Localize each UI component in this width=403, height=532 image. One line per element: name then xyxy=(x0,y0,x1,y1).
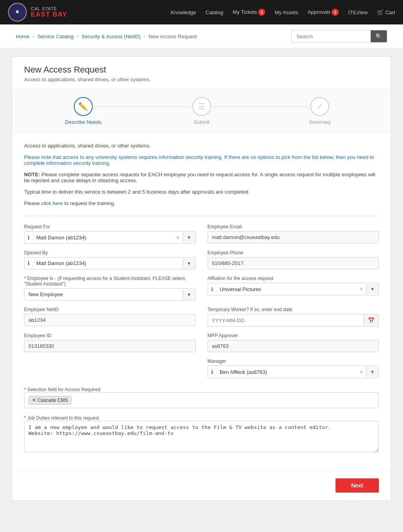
step-label-describe: Describe Needs xyxy=(65,119,102,125)
approvals-badge: 0 xyxy=(332,9,339,16)
page-subtitle: Access to applications, shared drives, o… xyxy=(24,77,379,82)
manager-arrow[interactable]: ▼ xyxy=(366,367,379,377)
step-summary: ✓ Summary xyxy=(261,97,379,125)
affiliation-select[interactable]: ℹ Universal Pictures × ▼ xyxy=(208,283,379,295)
breadcrumb-home[interactable]: Home xyxy=(16,34,30,39)
card-header: New Access Request Access to application… xyxy=(12,57,391,89)
employee-email-input[interactable] xyxy=(208,231,379,243)
employee-is-col: * Employee Is - (If requesting access fo… xyxy=(24,276,196,301)
mpp-approver-col: MPP Approver xyxy=(208,333,379,352)
logo-line2: EAST BAY xyxy=(31,11,67,19)
employee-id-input[interactable] xyxy=(24,340,196,352)
warning-link[interactable]: Please note that access to any universit… xyxy=(24,154,374,166)
job-duties-label: * Job Duties relevant to this request xyxy=(24,415,99,421)
edit-icon: ✏️ xyxy=(78,102,88,111)
job-duties-textarea[interactable]: I am a new employee and would like to re… xyxy=(24,421,379,452)
temp-worker-input[interactable] xyxy=(208,315,364,326)
click-here-link[interactable]: click here xyxy=(41,200,63,206)
nav-tickets[interactable]: My Tickets5 xyxy=(233,9,265,16)
nav-knowledge[interactable]: Knowledge xyxy=(171,9,196,15)
request-for-arrow[interactable]: ▼ xyxy=(183,232,195,243)
logo: 🏛 CAL STATE EAST BAY xyxy=(8,3,67,22)
employee-netid-input[interactable] xyxy=(24,314,196,326)
request-for-clear[interactable]: × xyxy=(173,231,182,243)
page-title: New Access Request xyxy=(24,65,379,75)
opened-by-arrow[interactable]: ▼ xyxy=(183,258,195,269)
mpp-approver-input[interactable] xyxy=(208,340,379,352)
employee-phone-col: Employee Phone xyxy=(208,250,379,269)
logo-inner: 🏛 xyxy=(9,4,26,21)
employee-netid-col: Employee NetID xyxy=(24,307,196,327)
logo-circle: 🏛 xyxy=(8,3,27,22)
manager-label: Manager xyxy=(208,358,379,364)
cart-icon: 🛒 xyxy=(377,9,384,15)
affiliation-clear[interactable]: × xyxy=(356,283,366,295)
manager-clear[interactable]: × xyxy=(356,366,366,378)
manager-col: Manager ℹ Ben Affleck (as8763) × ▼ xyxy=(208,358,379,378)
opened-by-info-icon: ℹ xyxy=(24,258,33,269)
employee-id-col: Employee ID xyxy=(24,333,196,352)
employee-email-label: Employee Email xyxy=(208,224,379,230)
breadcrumb-security-access[interactable]: Security & Access (NetID) xyxy=(81,34,141,39)
request-for-select[interactable]: ℹ Matt Damon (ab1234) × ▼ xyxy=(24,231,196,244)
affiliation-arrow[interactable]: ▼ xyxy=(366,284,379,294)
access-tags[interactable]: ✕ Cascade CMS xyxy=(24,392,379,408)
step-label-submit: Submit xyxy=(193,119,209,125)
temp-worker-label: Temporary Worker? If so, enter end date xyxy=(208,307,379,312)
breadcrumb-bar: Home › Service Catalog › Security & Acce… xyxy=(0,24,403,49)
opened-by-select[interactable]: ℹ Matt Damon (ab1234) ▼ xyxy=(24,257,196,269)
note-text: Please complete separate access requests… xyxy=(24,172,375,183)
breadcrumb-sep3: › xyxy=(144,34,145,39)
form-note: NOTE: Please complete separate access re… xyxy=(24,172,379,183)
step-submit: ☰ Submit xyxy=(142,97,261,125)
temp-worker-date[interactable]: 📅 xyxy=(208,314,379,327)
tag-remove-button[interactable]: ✕ xyxy=(32,398,36,403)
nav-assets[interactable]: My Assets xyxy=(275,9,298,15)
breadcrumb-service-catalog[interactable]: Service Catalog xyxy=(37,34,74,39)
nav-cart[interactable]: 🛒Cart xyxy=(377,9,395,15)
check-icon: ✓ xyxy=(317,102,323,111)
request-for-label: Request For xyxy=(24,224,196,230)
steps-bar: ✏️ Describe Needs ☰ Submit ✓ Summary xyxy=(12,89,391,133)
top-navigation: 🏛 CAL STATE EAST BAY Knowledge Catalog M… xyxy=(0,0,403,24)
logo-line1: CAL STATE xyxy=(31,6,67,11)
nav-approvals[interactable]: Approvals0 xyxy=(307,9,339,16)
affiliation-value: Universal Pictures xyxy=(217,284,356,295)
spacer-col xyxy=(24,358,196,378)
affiliation-col: Affliation for the access request ℹ Univ… xyxy=(208,276,379,301)
breadcrumb-sep1: › xyxy=(33,34,34,39)
form-info-text: Access to applications, shared drives, o… xyxy=(24,143,379,149)
next-button[interactable]: Next xyxy=(336,478,379,493)
request-for-col: Request For ℹ Matt Damon (ab1234) × ▼ xyxy=(24,224,196,244)
nav-catalog[interactable]: Catalog xyxy=(206,9,223,15)
employee-is-select[interactable]: New Employee Student Assistant Existing … xyxy=(24,289,183,300)
employee-is-label: * Employee Is - (If requesting access fo… xyxy=(24,276,196,287)
nav-links: Knowledge Catalog My Tickets5 My Assets … xyxy=(171,9,395,16)
search-input[interactable] xyxy=(292,31,371,42)
employee-phone-input[interactable] xyxy=(208,257,379,269)
step-circle-describe: ✏️ xyxy=(74,97,93,116)
mpp-approver-label: MPP Approver xyxy=(208,333,379,338)
request-for-value: Matt Damon (ab1234) xyxy=(33,232,173,243)
form-grid: Request For ℹ Matt Damon (ab1234) × ▼ Em… xyxy=(24,224,379,378)
step-circle-summary: ✓ xyxy=(310,97,329,116)
tag-label: Cascade CMS xyxy=(37,398,68,403)
employee-is-dropdown[interactable]: New Employee Student Assistant Existing … xyxy=(24,288,196,301)
step-describe: ✏️ Describe Needs xyxy=(24,97,142,125)
step-label-summary: Summary xyxy=(309,119,331,125)
cascade-cms-tag: ✕ Cascade CMS xyxy=(28,396,71,405)
employee-netid-label: Employee NetID xyxy=(24,307,196,312)
opened-by-value: Matt Damon (ab1234) xyxy=(33,258,183,269)
manager-select[interactable]: ℹ Ben Affleck (as8763) × ▼ xyxy=(208,366,379,378)
calendar-icon[interactable]: 📅 xyxy=(364,314,379,326)
search-button[interactable]: 🔍 xyxy=(371,30,387,42)
form-area: Access to applications, shared drives, o… xyxy=(12,133,391,472)
list-icon: ☰ xyxy=(198,102,205,111)
nav-itilview[interactable]: ITILView xyxy=(348,9,367,15)
form-timing: Typical time to deliver this service is … xyxy=(24,189,379,195)
opened-by-label: Opened By xyxy=(24,250,196,256)
divider xyxy=(24,216,379,216)
opened-by-col: Opened By ℹ Matt Damon (ab1234) ▼ xyxy=(24,250,196,269)
search-bar: 🔍 xyxy=(291,30,387,43)
employee-email-col: Employee Email xyxy=(208,224,379,244)
